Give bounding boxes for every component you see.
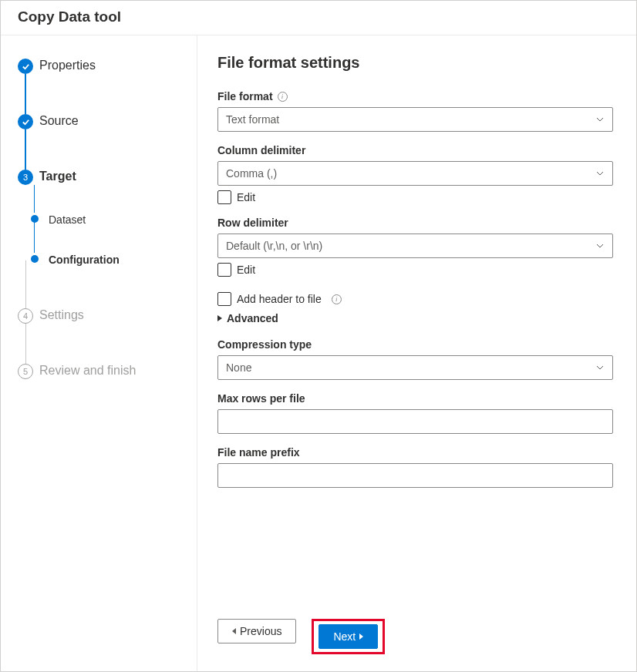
- step-label: Dataset: [49, 211, 86, 228]
- column-delimiter-edit-checkbox[interactable]: [217, 190, 231, 204]
- max-rows-group: Max rows per file: [217, 392, 613, 434]
- steps-list: Properties Source 3 Target: [18, 57, 197, 384]
- body: Properties Source 3 Target: [1, 35, 636, 671]
- row-delimiter-select[interactable]: Default (\r,\n, or \r\n): [217, 234, 613, 258]
- step-label: Configuration: [49, 251, 120, 268]
- select-value: Default (\r,\n, or \r\n): [226, 240, 322, 252]
- triangle-right-icon: [217, 315, 222, 321]
- step-settings[interactable]: 4 Settings: [18, 307, 197, 362]
- edit-label: Edit: [237, 264, 255, 276]
- row-delimiter-group: Row delimiter Default (\r,\n, or \r\n) E…: [217, 217, 613, 277]
- chevron-down-icon: [595, 241, 605, 250]
- chevron-left-icon: [232, 628, 236, 634]
- step-target[interactable]: 3 Target: [18, 168, 197, 211]
- max-rows-label: Max rows per file: [217, 392, 305, 405]
- file-format-select[interactable]: Text format: [217, 107, 613, 132]
- chevron-down-icon: [595, 169, 605, 178]
- file-format-group: File format i Text format: [217, 90, 613, 132]
- add-header-row: Add header to file i: [217, 292, 613, 306]
- step-label: Review and finish: [39, 362, 136, 379]
- copy-data-tool-window: Copy Data tool Properties Source: [0, 0, 637, 672]
- compression-label: Compression type: [217, 338, 312, 351]
- chevron-right-icon: [359, 633, 363, 640]
- dot-icon: [31, 215, 39, 223]
- column-delimiter-select[interactable]: Comma (,): [217, 161, 613, 186]
- button-label: Previous: [240, 625, 281, 637]
- main-panel: File format settings File format i Text …: [197, 35, 636, 671]
- column-delimiter-group: Column delimiter Comma (,) Edit: [217, 144, 613, 204]
- highlight-annotation: Next: [312, 619, 385, 654]
- step-review-finish[interactable]: 5 Review and finish: [18, 362, 197, 384]
- step-label: Target: [39, 168, 76, 185]
- fname-prefix-label: File name prefix: [217, 446, 300, 459]
- column-delimiter-label: Column delimiter: [217, 144, 305, 156]
- select-value: Comma (,): [226, 167, 277, 180]
- row-delimiter-edit-row: Edit: [217, 263, 613, 277]
- wizard-footer: Previous Next: [217, 605, 613, 671]
- chevron-down-icon: [595, 115, 605, 124]
- check-icon: [18, 114, 33, 129]
- step-source[interactable]: Source: [18, 113, 197, 168]
- step-properties[interactable]: Properties: [18, 57, 197, 113]
- check-icon: [18, 59, 33, 74]
- titlebar: Copy Data tool: [1, 1, 636, 35]
- edit-label: Edit: [237, 191, 255, 203]
- fname-prefix-input[interactable]: [217, 463, 613, 488]
- page-title: Copy Data tool: [18, 8, 619, 25]
- advanced-toggle[interactable]: Advanced: [217, 312, 613, 324]
- wizard-sidebar: Properties Source 3 Target: [1, 35, 197, 671]
- dot-icon: [31, 255, 39, 263]
- compression-group: Compression type None: [217, 338, 613, 380]
- button-label: Next: [333, 630, 356, 643]
- substep-configuration[interactable]: Configuration: [18, 251, 197, 307]
- info-icon[interactable]: i: [332, 294, 342, 304]
- column-delimiter-edit-row: Edit: [217, 190, 613, 204]
- row-delimiter-edit-checkbox[interactable]: [217, 263, 231, 277]
- step-label: Properties: [39, 57, 96, 74]
- step-number-icon: 4: [18, 308, 33, 324]
- step-number-icon: 5: [18, 364, 33, 379]
- max-rows-input[interactable]: [217, 409, 613, 434]
- add-header-checkbox[interactable]: [217, 292, 231, 306]
- step-label: Source: [39, 113, 79, 129]
- select-value: None: [226, 361, 251, 374]
- advanced-label: Advanced: [227, 312, 278, 324]
- row-delimiter-label: Row delimiter: [217, 217, 288, 229]
- select-value: Text format: [226, 113, 279, 126]
- step-number-icon: 3: [18, 170, 33, 185]
- previous-button[interactable]: Previous: [217, 619, 296, 643]
- add-header-label: Add header to file: [237, 293, 322, 305]
- next-button[interactable]: Next: [318, 624, 378, 649]
- compression-select[interactable]: None: [217, 355, 613, 380]
- chevron-down-icon: [595, 363, 605, 372]
- section-heading: File format settings: [217, 54, 613, 72]
- substep-dataset[interactable]: Dataset: [18, 211, 197, 251]
- fname-prefix-group: File name prefix: [217, 446, 613, 488]
- step-label: Settings: [39, 307, 84, 324]
- file-format-label: File format: [217, 90, 273, 102]
- info-icon[interactable]: i: [278, 92, 288, 102]
